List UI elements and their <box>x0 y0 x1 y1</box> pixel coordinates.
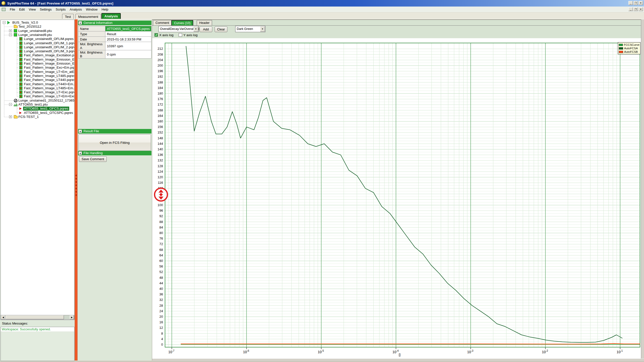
tree-item-label[interactable]: Fast_Pattern_Image_LT485.pqres <box>24 74 74 78</box>
tree-item-label[interactable]: Fast_Pattern_Image_Exc+Em.pqres <box>24 66 74 70</box>
tree-item-label[interactable]: Fast_Pattern_Image_LT+Em_atExc485.pqres <box>24 70 74 74</box>
tree-item-label[interactable]: Fast_Pattern_Image_Emission_Exc485.pqres <box>24 62 74 66</box>
tree-item[interactable]: Fast_Pattern_Image_Emission_Exc440.pqres <box>1 58 74 62</box>
menu-settings[interactable]: Settings <box>38 7 54 12</box>
tree-item[interactable]: Fast_Pattern_Image_LT440+Em.pqres <box>1 82 74 86</box>
tree-item-label[interactable]: Fast_Pattern_Image_LT485+Em.pqres <box>24 86 74 90</box>
splitter-arrow-icon[interactable] <box>75 191 77 193</box>
tree-item-label[interactable]: ATTO655_test1.ptu <box>18 103 48 107</box>
menu-window[interactable]: Window <box>84 7 99 12</box>
tab-test[interactable]: Test <box>62 14 74 19</box>
tree-item-label[interactable]: ATTO655_test1_OTCSPC.pqres <box>24 111 73 115</box>
tree-item[interactable]: ATTO655_test1_OTCSPC.pqres <box>1 111 74 115</box>
tree-item-label[interactable]: Fast_Pattern_Image_Emission_Exc440.pqres <box>24 58 74 62</box>
open-in-fcs-fitting-button[interactable]: Open in FCS Fitting <box>78 134 151 151</box>
tree-item[interactable]: +Lunge_unstained8.ptu <box>1 29 74 33</box>
tree-item[interactable]: Fast_Pattern_Image_LT485.pqres <box>1 74 74 78</box>
chevron-down-icon[interactable]: ▼ <box>193 26 198 32</box>
scroll-right-icon[interactable]: ▶ <box>70 315 74 319</box>
menu-edit[interactable]: Edit <box>17 7 27 12</box>
collapse-icon[interactable]: ▲ <box>78 21 82 25</box>
tab-analysis[interactable]: Analysis <box>101 13 121 19</box>
menu-view[interactable]: View <box>27 7 38 12</box>
tree-item[interactable]: Fast_Pattern_Image_LT+Em+Exc.pqres <box>1 94 74 98</box>
menu-file[interactable]: File <box>8 7 17 12</box>
collapse-icon[interactable]: ▲ <box>78 129 82 133</box>
clear-button[interactable]: Clear <box>215 26 227 32</box>
tree-item-label[interactable]: Lunge_unstained9_OFLIM_1.pqres <box>24 41 74 45</box>
tree-horizontal-scrollbar[interactable]: ◀ ▶ <box>1 315 74 320</box>
splitter-arrow-icon[interactable] <box>75 178 77 180</box>
tree-item[interactable]: Test_20150112 <box>1 25 74 29</box>
tree-item[interactable]: Fast_Pattern_Image_Exc+Em.pqres <box>1 66 74 70</box>
minimize-button[interactable]: _ <box>628 1 633 5</box>
x-axis-log-checkbox[interactable] <box>154 33 158 37</box>
tree-item-label[interactable]: Lunge_unstained9.ptu <box>18 33 52 37</box>
minimize-button[interactable]: _ <box>628 7 633 11</box>
scrollbar-thumb[interactable] <box>6 315 64 319</box>
tree-item-label[interactable]: Lunge_unstained9_OFLIM_3.pqres <box>24 49 74 53</box>
tree-item[interactable]: Lunge_unstained9_OFLIM_3.pqres <box>1 49 74 53</box>
tree-item[interactable]: −BUS_Tests_V2.0 <box>1 21 74 25</box>
tree-item-label[interactable]: BUS_Tests_V2.0 <box>12 21 38 25</box>
collapse-icon[interactable]: − <box>3 21 6 24</box>
tree-item[interactable]: Lunge_unstained1_20150112_173656.bmp <box>1 99 74 103</box>
collapse-icon[interactable]: − <box>9 33 12 36</box>
scroll-left-icon[interactable]: ◀ <box>1 315 5 319</box>
expand-icon[interactable]: + <box>9 115 12 118</box>
expand-icon[interactable]: + <box>9 29 12 32</box>
tree-item-label[interactable]: Fast_Pattern_Image_LT440+Em.pqres <box>24 82 74 86</box>
scrollbar-track[interactable] <box>64 315 70 319</box>
tree-item-label[interactable]: Fast_Pattern_Image_LT440.pqres <box>24 78 74 82</box>
chart-tab-header[interactable]: Header <box>197 20 212 25</box>
tree-item-label[interactable]: FCS-TEST_1 <box>18 115 39 119</box>
tree-item-label[interactable]: Fast_Pattern_Image_LT+Exc.pqres <box>24 90 74 94</box>
splitter-arrow-icon[interactable] <box>75 181 77 183</box>
menu-scripts[interactable]: Scripts <box>54 7 68 12</box>
tree-item-label[interactable]: Fast_Pattern_Image_Excitation.pqres <box>24 53 74 57</box>
tree-item[interactable]: ATTO655_test1_OFCS.pqres <box>1 107 74 111</box>
tree-item[interactable]: Fast_Pattern_Image_Excitation.pqres <box>1 53 74 57</box>
save-comment-button[interactable]: Save Comment <box>79 156 107 162</box>
menu-analysis[interactable]: Analysis <box>68 7 84 12</box>
chevron-down-icon[interactable]: ▼ <box>260 26 265 32</box>
tree-item-label[interactable]: Lunge_unstained9_OFLIM.pqres <box>24 37 73 41</box>
tree-item[interactable]: Fast_Pattern_Image_LT485+Em.pqres <box>1 86 74 90</box>
close-button[interactable]: ✕ <box>638 7 643 11</box>
y-axis-log-checkbox[interactable] <box>179 33 182 37</box>
tree-item-label[interactable]: Lunge_unstained1_20150112_173656.bmp <box>18 99 74 103</box>
close-button[interactable]: ✕ <box>638 1 643 5</box>
curve-select-dropdown[interactable]: OverallDecay.VarOverallDecay ▼ <box>158 26 199 32</box>
restore-button[interactable]: ❐ <box>633 1 638 5</box>
tree-item-label[interactable]: Fast_Pattern_Image_LT+Em+Exc.pqres <box>24 94 74 98</box>
collapse-icon[interactable]: − <box>9 103 12 106</box>
tree-item-label[interactable]: ATTO655_test1_OFCS.pqres <box>23 107 69 111</box>
color-select-dropdown[interactable]: Dark Green ▼ <box>235 26 265 32</box>
tree-item[interactable]: Lunge_unstained9_OFLIM.pqres <box>1 37 74 41</box>
tree-item[interactable]: +FCS-TEST_1 <box>1 115 74 119</box>
tree-item[interactable]: −Lunge_unstained9.ptu <box>1 33 74 37</box>
tree-item-label[interactable]: Lunge_unstained9_OFLIM_2.pqres <box>24 45 74 49</box>
menu-help[interactable]: Help <box>100 7 110 12</box>
tree-item[interactable]: Fast_Pattern_Image_LT+Exc.pqres <box>1 90 74 94</box>
tab-measurement[interactable]: Measurement <box>75 14 101 19</box>
app-icon <box>1 1 6 6</box>
splitter-arrow-icon[interactable] <box>75 184 77 186</box>
panel-splitter[interactable] <box>75 19 77 360</box>
chart-tab-comment[interactable]: Comment <box>153 20 172 25</box>
tree-item-label[interactable]: Lunge_unstained8.ptu <box>18 29 52 33</box>
tree-item-label[interactable]: Test_20150112 <box>18 25 41 29</box>
collapse-icon[interactable]: ▲ <box>78 151 82 155</box>
tree-item[interactable]: Fast_Pattern_Image_LT440.pqres <box>1 78 74 82</box>
splitter-arrow-icon[interactable] <box>75 188 77 190</box>
tree-item[interactable]: −ATTO655_test1.ptu <box>1 103 74 107</box>
chart-tab-curves[interactable]: Curves (10) <box>171 20 193 25</box>
tree-item[interactable]: Lunge_unstained9_OFLIM_2.pqres <box>1 45 74 49</box>
add-button[interactable]: Add <box>199 26 212 32</box>
restore-button[interactable]: ❐ <box>633 7 638 11</box>
tree-item[interactable]: Fast_Pattern_Image_Emission_Exc485.pqres <box>1 62 74 66</box>
tree-item[interactable]: Lunge_unstained9_OFLIM_1.pqres <box>1 41 74 45</box>
splitter-arrow-icon[interactable] <box>75 194 77 196</box>
splitter-arrow-icon[interactable] <box>75 174 77 176</box>
tree-item[interactable]: Fast_Pattern_Image_LT+Em_atExc485.pqres <box>1 70 74 74</box>
